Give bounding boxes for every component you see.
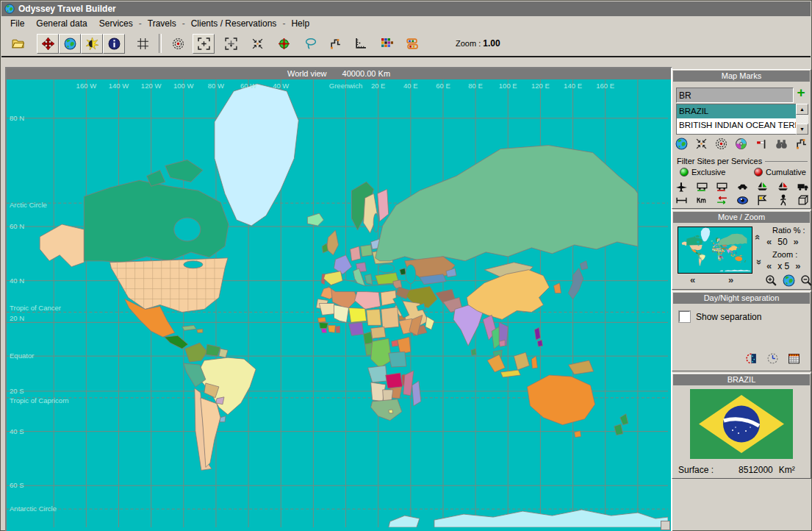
zoom-step-decrease-button[interactable]: « bbox=[766, 260, 772, 271]
day-night-button[interactable] bbox=[81, 34, 103, 54]
map-marks-header: Map Marks bbox=[673, 71, 810, 82]
zoom-label: Zoom : bbox=[456, 39, 481, 48]
map-marks-panel: Map Marks + BRAZIL BRITISH INDIAN OCEAN … bbox=[672, 69, 811, 209]
diving-filter-icon[interactable] bbox=[736, 194, 749, 207]
color-palette-button[interactable] bbox=[376, 35, 397, 53]
zoom-extents-button[interactable] bbox=[220, 35, 241, 53]
shrink-arrows-icon bbox=[251, 38, 264, 50]
distance-filter-icon[interactable] bbox=[696, 194, 708, 207]
folder-icon bbox=[12, 38, 24, 50]
pan-move-button[interactable] bbox=[37, 34, 59, 54]
route-button[interactable] bbox=[325, 35, 345, 53]
boat-red-filter-icon[interactable] bbox=[777, 180, 789, 193]
toolbar: Zoom : 1.00 bbox=[1, 31, 811, 57]
measure-scale-button[interactable] bbox=[350, 35, 370, 53]
truck-filter-icon[interactable] bbox=[797, 180, 809, 193]
open-folder-button[interactable] bbox=[7, 35, 28, 53]
list-item-selected[interactable]: BRAZIL bbox=[677, 104, 796, 118]
package-filter-icon[interactable] bbox=[797, 194, 809, 207]
country-list[interactable]: BRAZIL BRITISH INDIAN OCEAN TERR. bbox=[676, 104, 797, 135]
menu-file[interactable]: File bbox=[4, 17, 30, 30]
car-filter-icon[interactable] bbox=[736, 180, 749, 193]
flag-marker-icon[interactable] bbox=[755, 138, 768, 150]
menu-clients-reservations[interactable]: Clients / Reservations bbox=[185, 17, 283, 30]
legend-button[interactable] bbox=[401, 35, 422, 53]
menu-travels[interactable]: Travels bbox=[142, 17, 182, 30]
bus-departure-filter-icon[interactable] bbox=[716, 180, 728, 193]
overview-minimap[interactable] bbox=[678, 227, 752, 274]
center-map-button[interactable] bbox=[273, 35, 294, 53]
zoom-reduce-icon[interactable] bbox=[695, 138, 708, 150]
palette-icon bbox=[381, 38, 393, 50]
world-view-icon[interactable] bbox=[675, 138, 688, 150]
svg-text:60 S: 60 S bbox=[10, 481, 24, 489]
menu-help[interactable]: Help bbox=[285, 17, 315, 30]
country-header: BRAZIL bbox=[673, 374, 810, 385]
svg-text:20 N: 20 N bbox=[10, 314, 24, 322]
route-icon[interactable] bbox=[795, 138, 808, 150]
zoom-value: 1.00 bbox=[483, 38, 500, 49]
scroll-down-button[interactable]: ▼ bbox=[796, 124, 808, 135]
legend-icon bbox=[406, 38, 418, 50]
plane-filter-icon[interactable] bbox=[675, 180, 688, 193]
window-title: Odyssey Travel Builder bbox=[18, 4, 116, 14]
svg-text:100 E: 100 E bbox=[499, 82, 517, 90]
pan-left-button[interactable]: « bbox=[690, 274, 695, 285]
bed-filter-icon[interactable] bbox=[675, 194, 688, 207]
search-binoculars-icon[interactable] bbox=[775, 138, 788, 150]
zoom-window-button[interactable] bbox=[193, 34, 215, 54]
lasso-select-button[interactable] bbox=[300, 35, 320, 53]
scroll-up-button[interactable]: ▲ bbox=[796, 104, 808, 115]
transfer-filter-icon[interactable] bbox=[716, 194, 728, 207]
svg-text:60 E: 60 E bbox=[436, 82, 450, 90]
clock-icon[interactable] bbox=[766, 352, 779, 365]
world-zoom-icon[interactable] bbox=[783, 274, 795, 287]
walking-filter-icon[interactable] bbox=[777, 194, 789, 207]
svg-text:Tropic of Capricorn: Tropic of Capricorn bbox=[10, 396, 69, 405]
svg-text:140 W: 140 W bbox=[109, 82, 129, 90]
add-mark-button[interactable]: + bbox=[794, 86, 808, 99]
svg-text:Greenwich: Greenwich bbox=[329, 82, 363, 90]
country-code-input[interactable] bbox=[676, 88, 794, 103]
zoom-step-increase-button[interactable]: » bbox=[795, 260, 800, 271]
app-window: Odyssey Travel Builder File General data… bbox=[0, 0, 812, 531]
boat-green-filter-icon[interactable] bbox=[756, 180, 769, 193]
information-button[interactable] bbox=[103, 34, 125, 54]
zoom-step-value: x 5 bbox=[777, 261, 789, 271]
green-led-icon bbox=[680, 168, 689, 177]
locate-radar-button[interactable] bbox=[168, 35, 188, 53]
zoom-reduce-button[interactable] bbox=[247, 35, 267, 53]
info-icon bbox=[108, 38, 121, 50]
locate-radar-icon[interactable] bbox=[715, 138, 727, 150]
ratio-label: Ratio % : bbox=[772, 226, 805, 235]
world-view-button[interactable] bbox=[59, 34, 81, 54]
map-resize-grip[interactable] bbox=[661, 521, 670, 530]
svg-text:Arctic Circle: Arctic Circle bbox=[10, 201, 47, 209]
world-map[interactable]: 80 NArctic Circle60 N40 NTropic of Cance… bbox=[7, 79, 668, 527]
exclusive-radio[interactable]: Exclusive bbox=[680, 168, 725, 177]
bus-arrival-filter-icon[interactable] bbox=[696, 180, 708, 193]
brazil-flag bbox=[690, 389, 793, 459]
zoom-in-icon[interactable] bbox=[765, 274, 777, 287]
ratio-increase-button[interactable]: » bbox=[794, 236, 799, 247]
zoom-frame-icon bbox=[198, 38, 210, 50]
zoom-step-label: Zoom : bbox=[772, 250, 797, 259]
list-scrollbar[interactable]: ▲ ▼ bbox=[796, 104, 808, 135]
list-item[interactable]: BRITISH INDIAN OCEAN TERR. bbox=[677, 118, 796, 132]
excursion-filter-icon[interactable] bbox=[756, 194, 769, 207]
menu-general-data[interactable]: General data bbox=[30, 17, 93, 30]
disc-icon[interactable] bbox=[735, 138, 747, 150]
cumulative-radio[interactable]: Cumulative bbox=[754, 168, 806, 177]
pan-up-button[interactable]: « bbox=[752, 235, 764, 240]
day-night-split-icon[interactable] bbox=[745, 352, 758, 365]
calendar-icon[interactable] bbox=[788, 352, 800, 365]
pan-right-button[interactable]: » bbox=[728, 274, 733, 285]
pan-down-button[interactable]: « bbox=[752, 260, 764, 265]
title-bar[interactable]: Odyssey Travel Builder bbox=[1, 1, 811, 16]
ratio-decrease-button[interactable]: « bbox=[766, 236, 772, 247]
menu-services[interactable]: Services bbox=[93, 17, 139, 30]
zoom-out-icon[interactable] bbox=[800, 274, 812, 287]
svg-text:140 E: 140 E bbox=[564, 82, 582, 90]
show-separation-checkbox[interactable] bbox=[679, 311, 690, 322]
grid-button[interactable] bbox=[132, 35, 153, 53]
